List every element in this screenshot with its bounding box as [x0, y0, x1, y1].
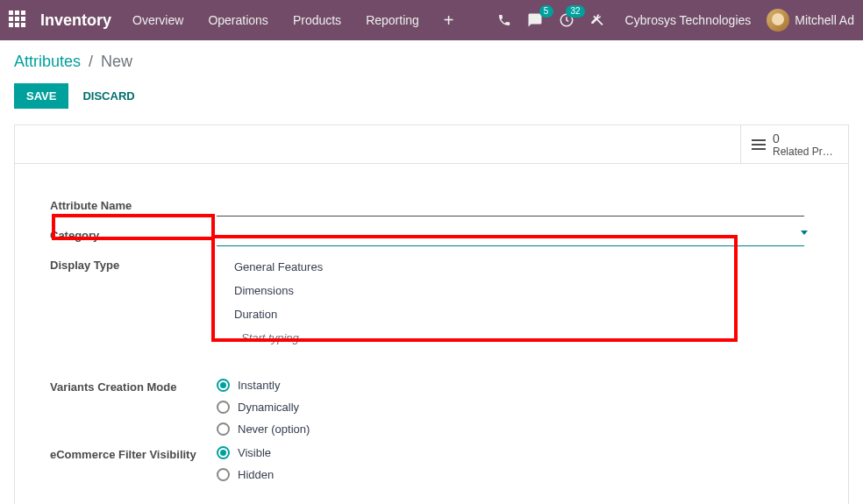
category-start-typing[interactable]: Start typing... — [217, 326, 734, 350]
variants-mode-label: Variants Creation Mode — [50, 377, 217, 394]
top-navbar: Inventory Overview Operations Products R… — [0, 0, 863, 40]
radio-visible[interactable]: Visible — [217, 446, 813, 459]
radio-label: Hidden — [238, 468, 274, 481]
radio-icon — [217, 468, 230, 481]
related-products-label: Related Prod… — [773, 146, 838, 158]
form-sheet: 0 Related Prod… Attribute Name Category … — [14, 124, 849, 504]
save-button[interactable]: SAVE — [14, 83, 68, 109]
radio-icon — [217, 401, 230, 414]
radio-label: Instantly — [238, 379, 280, 392]
nav-reporting[interactable]: Reporting — [366, 13, 419, 27]
user-name: Mitchell Ad — [795, 13, 854, 27]
activity-icon[interactable]: 32 — [559, 12, 574, 28]
tools-icon[interactable] — [590, 13, 604, 27]
attribute-name-input[interactable] — [217, 195, 804, 217]
breadcrumb-current: New — [101, 53, 132, 70]
variants-mode-group: Instantly Dynamically Never (option) — [217, 379, 813, 436]
chat-badge: 5 — [539, 5, 553, 18]
apps-icon[interactable] — [9, 11, 28, 30]
radio-instantly[interactable]: Instantly — [217, 379, 813, 392]
category-label: Category — [50, 225, 217, 242]
phone-icon[interactable] — [497, 13, 511, 27]
category-input[interactable] — [217, 225, 804, 246]
nav-new-icon[interactable]: + — [444, 11, 454, 31]
ecommerce-visibility-group: Visible Hidden — [217, 446, 813, 481]
nav-products[interactable]: Products — [293, 13, 341, 27]
category-dropdown: General Features Dimensions Duration Sta… — [217, 248, 734, 357]
attribute-name-label: Attribute Name — [50, 195, 217, 212]
related-products-count: 0 — [773, 131, 838, 146]
chat-icon[interactable]: 5 — [527, 12, 543, 28]
related-products-button[interactable]: 0 Related Prod… — [740, 125, 848, 163]
breadcrumb: Attributes / New — [14, 53, 849, 71]
company-switcher[interactable]: Cybrosys Technologies — [625, 13, 752, 27]
user-menu[interactable]: Mitchell Ad — [767, 9, 854, 32]
category-option[interactable]: Duration — [217, 302, 734, 326]
avatar — [767, 9, 789, 32]
list-icon — [752, 139, 766, 150]
nav-operations[interactable]: Operations — [208, 13, 267, 27]
radio-label: Dynamically — [238, 401, 299, 414]
radio-hidden[interactable]: Hidden — [217, 468, 813, 481]
discard-button[interactable]: DISCARD — [82, 89, 134, 103]
radio-dynamically[interactable]: Dynamically — [217, 401, 813, 414]
module-name[interactable]: Inventory — [40, 11, 111, 30]
radio-icon — [217, 422, 230, 436]
breadcrumb-attributes[interactable]: Attributes — [14, 53, 81, 70]
topbar-right: 5 32 Cybrosys Technologies Mitchell Ad — [497, 9, 854, 32]
ecommerce-visibility-label: eCommerce Filter Visibility — [50, 444, 217, 461]
activity-badge: 32 — [566, 5, 584, 18]
breadcrumb-separator: / — [89, 53, 93, 70]
radio-label: Never (option) — [238, 422, 310, 436]
radio-never[interactable]: Never (option) — [217, 422, 813, 436]
display-type-label: Display Type — [50, 255, 217, 272]
subheader: Attributes / New SAVE DISCARD — [0, 40, 863, 116]
nav-overview[interactable]: Overview — [132, 13, 183, 27]
radio-icon — [217, 379, 230, 392]
category-option[interactable]: Dimensions — [217, 279, 734, 302]
radio-icon — [217, 446, 230, 459]
category-option[interactable]: General Features — [217, 255, 734, 279]
radio-label: Visible — [238, 446, 271, 459]
